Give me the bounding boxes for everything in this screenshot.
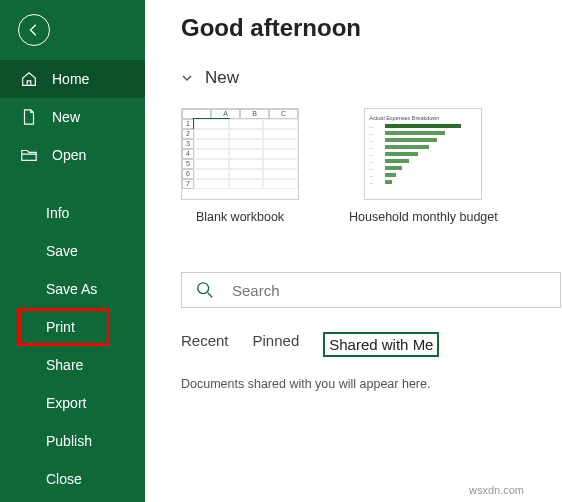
tab-recent[interactable]: Recent	[181, 332, 229, 357]
nav-print[interactable]: Print	[0, 308, 145, 346]
budget-thumb: Actual Expenses Breakdown — — — — — — — …	[364, 108, 482, 200]
chevron-down-icon	[181, 72, 193, 84]
search-icon	[196, 281, 214, 299]
tab-pinned[interactable]: Pinned	[253, 332, 300, 357]
blank-workbook-thumb: ABC 1 2 3 4 5 6 7	[181, 108, 299, 200]
nav-home[interactable]: Home	[0, 60, 145, 98]
nav-open[interactable]: Open	[0, 136, 145, 174]
back-button[interactable]	[18, 14, 50, 46]
nav-home-label: Home	[52, 71, 89, 87]
template-blank-workbook[interactable]: ABC 1 2 3 4 5 6 7 Blank workbook	[181, 108, 299, 224]
tab-shared-with-me[interactable]: Shared with Me	[323, 332, 439, 357]
template-blank-label: Blank workbook	[196, 210, 284, 224]
search-input[interactable]	[232, 282, 546, 299]
nav-export[interactable]: Export	[0, 384, 145, 422]
open-folder-icon	[20, 146, 38, 164]
new-file-icon	[20, 108, 38, 126]
document-tabs: Recent Pinned Shared with Me	[181, 332, 562, 357]
nav-info[interactable]: Info	[0, 194, 145, 232]
svg-point-0	[198, 283, 209, 294]
template-gallery: ABC 1 2 3 4 5 6 7 Blank workbook Actual …	[181, 108, 562, 224]
nav-close[interactable]: Close	[0, 460, 145, 498]
back-arrow-icon	[27, 23, 41, 37]
backstage-sidebar: Home New Open Info Save Save As Print Sh…	[0, 0, 145, 502]
nav-new-label: New	[52, 109, 80, 125]
nav-share[interactable]: Share	[0, 346, 145, 384]
nav-open-label: Open	[52, 147, 86, 163]
nav-new[interactable]: New	[0, 98, 145, 136]
watermark: wsxdn.com	[469, 484, 524, 496]
new-section-label: New	[205, 68, 239, 88]
new-section-header[interactable]: New	[181, 68, 562, 88]
nav-publish[interactable]: Publish	[0, 422, 145, 460]
nav-save[interactable]: Save	[0, 232, 145, 270]
template-budget-label: Household monthly budget	[349, 210, 498, 224]
nav-save-as[interactable]: Save As	[0, 270, 145, 308]
shared-empty-message: Documents shared with you will appear he…	[181, 377, 562, 391]
page-title: Good afternoon	[181, 14, 562, 42]
search-box[interactable]	[181, 272, 561, 308]
home-icon	[20, 70, 38, 88]
template-household-budget[interactable]: Actual Expenses Breakdown — — — — — — — …	[349, 108, 498, 224]
main-area: Good afternoon New ABC 1 2 3 4 5 6 7 Bla…	[145, 0, 562, 502]
